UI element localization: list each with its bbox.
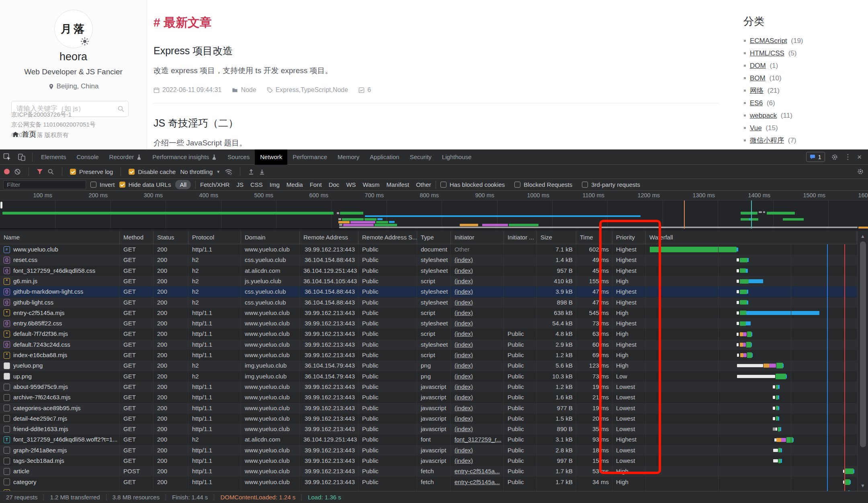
network-request-row[interactable]: detail-4ee259c7.mjsGET200http/1.1www.yue…	[0, 413, 868, 424]
search-network-icon[interactable]	[47, 168, 54, 175]
settings-gear-icon[interactable]	[831, 153, 838, 161]
filter-type-ws[interactable]: WS	[346, 181, 356, 188]
filter-type-media[interactable]: Media	[287, 181, 303, 188]
initiator-link[interactable]: (index)	[454, 288, 473, 295]
initiator-link[interactable]: (index)	[454, 457, 473, 464]
filter-funnel-icon[interactable]	[37, 168, 43, 175]
network-request-row[interactable]: Tfont_3127259_r46dkqdli58.woff2?t=1...GE…	[0, 434, 868, 445]
network-request-row[interactable]: {}reset.cssGET200h2css.yueluo.club36.104…	[0, 255, 868, 265]
network-request-row[interactable]: {}font_3127259_r46dkqdli58.cssGET200h2at…	[0, 266, 868, 276]
filter-type-css[interactable]: CSS	[250, 181, 263, 188]
category-link[interactable]: webpack	[750, 112, 777, 119]
network-request-row[interactable]: articlePOST200http/1.1www.yueluo.club39.…	[0, 466, 868, 476]
clear-network-log-icon[interactable]	[14, 168, 21, 175]
category-link[interactable]: 网络	[750, 87, 764, 94]
column-header-time[interactable]: Time	[576, 231, 612, 244]
initiator-link[interactable]: (index)	[454, 415, 473, 422]
category-link[interactable]: 微信小程序	[750, 137, 784, 144]
network-request-row-partial[interactable]: *	[0, 487, 868, 491]
more-options-icon[interactable]: ⋮	[844, 153, 851, 161]
close-devtools-icon[interactable]: ×	[857, 153, 862, 162]
initiator-link[interactable]: (index)	[454, 394, 473, 401]
initiator-link[interactable]: (index)	[454, 425, 473, 432]
hide-data-urls-toggle[interactable]: Hide data URLs	[119, 181, 171, 188]
column-header-size[interactable]: Size	[537, 231, 576, 244]
network-request-row[interactable]: archive-7f624c63.mjsGET200http/1.1www.yu…	[0, 392, 868, 403]
column-header-remote-address-s[interactable]: Remote Address S...	[358, 231, 417, 244]
category-link[interactable]: HTML/CSS	[750, 49, 784, 57]
initiator-link[interactable]: (index)	[454, 309, 473, 316]
filter-type-doc[interactable]: Doc	[329, 181, 340, 188]
filter-type-manifest[interactable]: Manifest	[387, 181, 409, 188]
tab-sources[interactable]: Sources	[222, 149, 255, 165]
filter-type-fetch-xhr[interactable]: Fetch/XHR	[200, 181, 229, 188]
tab-performance[interactable]: Performance	[287, 149, 332, 165]
network-request-row[interactable]: about-959d75c9.mjsGET200http/1.1www.yuel…	[0, 382, 868, 392]
column-header-domain[interactable]: Domain	[241, 231, 300, 244]
filter-type-img[interactable]: Img	[270, 181, 280, 188]
device-toolbar-icon[interactable]	[14, 149, 29, 165]
article-title[interactable]: Express 项目改造	[154, 44, 719, 57]
initiator-link[interactable]: (index)	[454, 330, 473, 337]
initiator-link[interactable]: (index)	[454, 447, 473, 454]
invert-toggle[interactable]: Invert	[90, 181, 115, 188]
issues-badge[interactable]: 1	[806, 152, 825, 162]
hide-data-urls-checkbox[interactable]	[119, 182, 125, 188]
tab-lighthouse[interactable]: Lighthouse	[437, 149, 477, 165]
column-header-protocol[interactable]: Protocol	[188, 231, 241, 244]
filter-has-blocked-cookies-checkbox[interactable]	[440, 182, 446, 188]
filter-blocked-requests-toggle[interactable]: Blocked Requests	[514, 181, 572, 188]
filter-blocked-requests-checkbox[interactable]	[514, 182, 520, 188]
preserve-log-checkbox[interactable]	[70, 169, 76, 175]
tab-console[interactable]: Console	[72, 149, 104, 165]
network-request-row[interactable]: *index-e16cba68.mjsGET200http/1.1www.yue…	[0, 350, 868, 360]
category-link[interactable]: DOM	[750, 62, 766, 70]
column-header-name[interactable]: Name	[0, 231, 120, 244]
initiator-link[interactable]: (index)	[454, 299, 473, 306]
filter-type-js[interactable]: JS	[236, 181, 244, 188]
network-request-row[interactable]: graph-2f41a8ee.mjsGET200http/1.1www.yuel…	[0, 445, 868, 456]
network-request-row[interactable]: tags-3ecb18ad.mjsGET200http/1.1www.yuelu…	[0, 456, 868, 466]
network-request-row[interactable]: *default-7f7d2f36.mjsGET200http/1.1www.y…	[0, 329, 868, 339]
initiator-link[interactable]: (index)	[454, 373, 473, 380]
network-conditions-icon[interactable]	[225, 168, 232, 175]
column-header-method[interactable]: Method	[120, 231, 154, 244]
column-header-waterfall[interactable]: Waterfall	[646, 231, 857, 244]
column-header-remote-address[interactable]: Remote Address	[300, 231, 358, 244]
throttling-select[interactable]: No throttling▼	[180, 168, 220, 175]
tab-memory[interactable]: Memory	[332, 149, 364, 165]
network-request-row[interactable]: up.pngGET200h2img.yueluo.club36.104.154.…	[0, 371, 868, 382]
filter-type-font[interactable]: Font	[310, 181, 322, 188]
export-har-icon[interactable]	[259, 168, 265, 175]
tab-elements[interactable]: Elements	[36, 149, 72, 165]
column-header-priority[interactable]: Priority	[612, 231, 646, 244]
record-network-log-icon[interactable]	[4, 169, 10, 174]
category-link[interactable]: ECMAScript	[750, 37, 787, 45]
network-request-row[interactable]: categories-ace89b95.mjsGET200http/1.1www…	[0, 403, 868, 413]
import-har-icon[interactable]	[248, 168, 254, 175]
network-request-row[interactable]: ≡www.yueluo.clubGET200http/1.1www.yueluo…	[0, 244, 868, 255]
tab-recorder[interactable]: Recorder	[104, 149, 147, 165]
tab-application[interactable]: Application	[364, 149, 404, 165]
theme-sun-icon[interactable]	[80, 37, 89, 46]
network-request-row[interactable]: yueluo.pngGET200h2img.yueluo.club36.104.…	[0, 360, 868, 371]
preserve-log-toggle[interactable]: Preserve log	[70, 168, 113, 175]
initiator-link[interactable]: entry-c2f5145a...	[454, 468, 500, 474]
disable-cache-toggle[interactable]: Disable cache	[129, 168, 176, 175]
network-request-row[interactable]: *g6.min.jsGET200h2js.yueluo.club36.104.1…	[0, 276, 868, 286]
overview-drag-handle[interactable]	[0, 202, 2, 209]
initiator-link[interactable]: (index)	[454, 320, 473, 327]
scrollbar-thumb[interactable]	[860, 241, 866, 447]
scroll-down-icon[interactable]: ▼	[858, 483, 868, 489]
network-request-row[interactable]: {}github-light.cssGET200h2css.yueluo.clu…	[0, 297, 868, 308]
initiator-link[interactable]: (index)	[454, 256, 473, 263]
column-header-initiator[interactable]: Initiator	[451, 231, 504, 244]
column-header-initiator[interactable]: Initiator ...	[504, 231, 537, 244]
tab-network[interactable]: Network	[255, 149, 287, 165]
network-request-row[interactable]: *entry-c2f5145a.mjsGET200http/1.1www.yue…	[0, 308, 868, 318]
initiator-link[interactable]: (index)	[454, 362, 473, 369]
column-header-status[interactable]: Status	[154, 231, 188, 244]
initiator-link[interactable]: entry-c2f5145a...	[454, 478, 500, 485]
network-request-row[interactable]: {}default.7243c24d.cssGET200http/1.1www.…	[0, 339, 868, 350]
filter-type-other[interactable]: Other	[416, 181, 431, 188]
